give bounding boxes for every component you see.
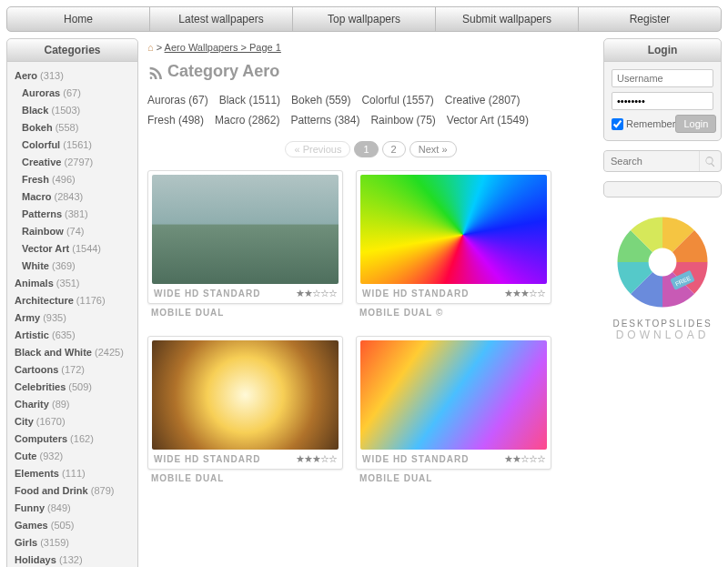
category-link[interactable]: Patterns [22, 208, 62, 219]
nav-top-wallpapers[interactable]: Top wallpapers [293, 7, 436, 31]
category-link[interactable]: Auroras [22, 87, 60, 98]
category-item: Black (1503) [15, 102, 130, 119]
subcategory-link[interactable]: Black (1511) [219, 90, 280, 110]
category-link[interactable]: Aero [15, 70, 37, 81]
nav-latest-wallpapers[interactable]: Latest wallpapers [150, 7, 293, 31]
category-link[interactable]: Black [22, 105, 48, 116]
category-list: Aero (313)Auroras (67)Black (1503)Bokeh … [7, 62, 137, 567]
format-label: WIDE HD STANDARD [362, 454, 469, 464]
home-icon[interactable]: ⌂ [147, 42, 154, 53]
search-input[interactable] [604, 151, 699, 171]
nav-submit-wallpapers[interactable]: Submit wallpapers [436, 7, 579, 31]
sidebar: Categories Aero (313)Auroras (67)Black (… [6, 38, 138, 567]
wallpaper-thumb[interactable] [152, 175, 339, 284]
category-link[interactable]: Rainbow [22, 226, 64, 237]
format-label: WIDE HD STANDARD [154, 454, 260, 464]
category-link[interactable]: Macro [22, 191, 51, 202]
wallpaper-card[interactable]: WIDE HD STANDARD★★☆☆☆ [356, 336, 551, 470]
subcategory-link[interactable]: Colorful (1557) [361, 90, 433, 110]
promo-line2: DOWNLOAD [603, 329, 722, 341]
category-link[interactable]: Vector Art [22, 243, 69, 254]
top-nav: HomeLatest wallpapersTop wallpapersSubmi… [6, 6, 722, 32]
category-link[interactable]: Holidays [15, 554, 56, 565]
category-link[interactable]: Cartoons [15, 364, 58, 375]
category-link[interactable]: White [22, 260, 49, 271]
category-item: Architecture (1176) [15, 292, 130, 309]
subcategory-link[interactable]: Bokeh (559) [291, 90, 350, 110]
category-link[interactable]: City [15, 416, 34, 427]
pager-prev: « Previous [285, 141, 350, 157]
subcategory-link[interactable]: Auroras (67) [147, 90, 208, 110]
subcategory-link[interactable]: Patterns (384) [290, 110, 359, 130]
category-link[interactable]: Army [15, 312, 40, 323]
login-button[interactable]: Login [675, 115, 716, 133]
category-item: Computers (162) [15, 430, 130, 448]
wallpaper-thumb[interactable] [152, 340, 339, 450]
promo[interactable]: FREE DESKTOPSLIDES DOWNLOAD [603, 207, 722, 347]
main-content: ⌂ > Aero Wallpapers > Page 1 Category Ae… [147, 38, 594, 567]
subcategory-link[interactable]: Rainbow (75) [370, 110, 435, 130]
subcategory-row: Auroras (67)Black (1511)Bokeh (559)Color… [147, 90, 594, 130]
category-link[interactable]: Funny [15, 502, 45, 513]
meta-label: MOBILE DUAL [147, 304, 343, 323]
pager: « Previous12Next » [147, 141, 594, 157]
category-link[interactable]: Computers [15, 433, 67, 444]
wallpaper-thumb[interactable] [360, 175, 547, 284]
category-item: Funny (849) [15, 500, 130, 517]
nav-register[interactable]: Register [579, 7, 721, 31]
page-title: Category Aero [167, 62, 279, 81]
subcategory-link[interactable]: Creative (2807) [445, 90, 521, 110]
category-link[interactable]: Cute [15, 451, 36, 461]
category-link[interactable]: Architecture [15, 295, 74, 306]
password-input[interactable] [612, 92, 713, 110]
category-link[interactable]: Games [15, 520, 48, 531]
promo-wheel-icon: FREE [612, 212, 713, 312]
remember-label[interactable]: Remember [612, 118, 675, 130]
rating-stars: ★★☆☆☆ [296, 288, 337, 299]
category-item: Cute (932) [15, 448, 130, 465]
wallpaper-card[interactable]: WIDE HD STANDARD★★★☆☆ [356, 170, 551, 304]
login-box: Login Remember Login [603, 38, 722, 141]
mini-box [603, 181, 722, 197]
category-item: Macro (2843) [15, 188, 130, 206]
rss-icon[interactable] [147, 65, 162, 79]
wallpaper-card[interactable]: WIDE HD STANDARD★★★☆☆ [147, 336, 343, 470]
category-link[interactable]: Animals [15, 278, 54, 289]
category-item: Bokeh (558) [15, 119, 130, 137]
wallpaper-card-wrap: WIDE HD STANDARD★★★☆☆MOBILE DUAL © [356, 170, 551, 323]
category-link[interactable]: Elements [15, 468, 59, 479]
wallpaper-card-wrap: WIDE HD STANDARD★★☆☆☆MOBILE DUAL [147, 170, 343, 323]
wallpaper-thumb[interactable] [360, 340, 547, 450]
subcategory-link[interactable]: Vector Art (1549) [447, 110, 529, 130]
rating-stars: ★★★☆☆ [296, 453, 337, 465]
category-link[interactable]: Black and White [15, 347, 92, 358]
category-link[interactable]: Bokeh [22, 122, 53, 133]
category-item: White (369) [15, 258, 130, 275]
promo-line1: DESKTOPSLIDES [603, 319, 722, 329]
breadcrumb-link[interactable]: Aero Wallpapers > Page 1 [165, 42, 281, 53]
category-link[interactable]: Food and Drink [15, 485, 88, 496]
remember-checkbox[interactable] [612, 118, 623, 130]
nav-home[interactable]: Home [7, 7, 150, 31]
username-input[interactable] [612, 69, 713, 87]
subcategory-link[interactable]: Macro (2862) [215, 110, 279, 130]
category-link[interactable]: Girls [15, 537, 37, 548]
category-link[interactable]: Fresh [22, 174, 49, 185]
rating-stars: ★★★☆☆ [504, 288, 545, 299]
search-box [603, 150, 722, 172]
login-title: Login [604, 39, 721, 62]
format-label: WIDE HD STANDARD [362, 289, 469, 299]
category-item: Aero (313) [15, 67, 130, 85]
format-label: WIDE HD STANDARD [154, 289, 260, 299]
category-link[interactable]: Charity [15, 399, 49, 410]
subcategory-link[interactable]: Fresh (498) [147, 110, 204, 130]
category-link[interactable]: Celebrities [15, 381, 66, 392]
search-icon[interactable] [699, 151, 721, 171]
category-item: Auroras (67) [15, 85, 130, 102]
wallpaper-card[interactable]: WIDE HD STANDARD★★☆☆☆ [147, 170, 343, 304]
category-link[interactable]: Creative [22, 157, 61, 167]
pager-next[interactable]: Next » [410, 141, 457, 157]
category-link[interactable]: Colorful [22, 139, 60, 150]
pager-page[interactable]: 2 [382, 141, 406, 157]
category-link[interactable]: Artistic [15, 329, 49, 340]
